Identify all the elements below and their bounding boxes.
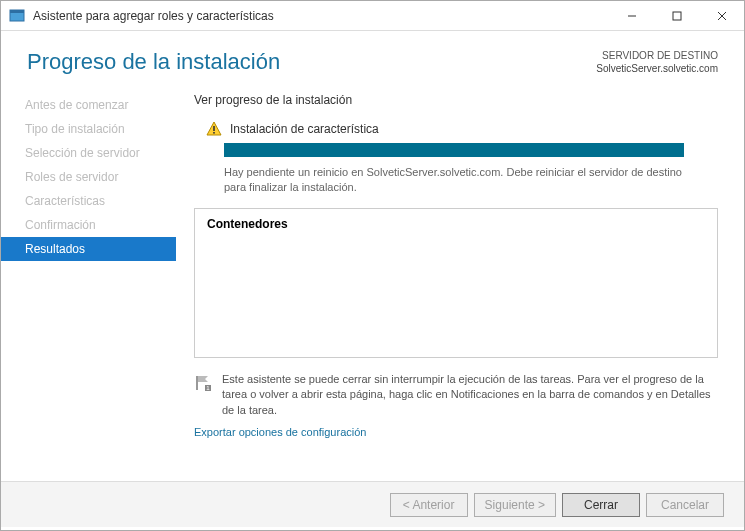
results-box[interactable]: Contenedores bbox=[194, 208, 718, 358]
destination-label: SERVIDOR DE DESTINO bbox=[596, 49, 718, 62]
status-row: Instalación de característica bbox=[206, 121, 718, 137]
svg-rect-8 bbox=[213, 132, 215, 134]
sidebar-item-features: Características bbox=[1, 189, 176, 213]
svg-rect-3 bbox=[673, 12, 681, 20]
status-title: Instalación de característica bbox=[230, 122, 379, 136]
previous-button: < Anterior bbox=[390, 493, 468, 517]
next-button: Siguiente > bbox=[474, 493, 556, 517]
info-text: Este asistente se puede cerrar sin inter… bbox=[222, 372, 718, 418]
destination-server: SolveticServer.solvetic.com bbox=[596, 62, 718, 75]
window-controls bbox=[609, 1, 744, 31]
progress-bar bbox=[224, 143, 684, 157]
cancel-button: Cancelar bbox=[646, 493, 724, 517]
minimize-button[interactable] bbox=[609, 1, 654, 31]
titlebar: Asistente para agregar roles y caracterí… bbox=[1, 1, 744, 31]
sidebar: Antes de comenzar Tipo de instalación Se… bbox=[1, 83, 176, 481]
sidebar-item-install-type: Tipo de instalación bbox=[1, 117, 176, 141]
sidebar-item-confirmation: Confirmación bbox=[1, 213, 176, 237]
svg-rect-9 bbox=[196, 376, 198, 390]
svg-marker-10 bbox=[198, 376, 208, 382]
body: Antes de comenzar Tipo de instalación Se… bbox=[1, 83, 744, 481]
main-content: Ver progreso de la instalación Instalaci… bbox=[176, 83, 744, 481]
sidebar-item-before-begin: Antes de comenzar bbox=[1, 93, 176, 117]
close-wizard-button[interactable]: Cerrar bbox=[562, 493, 640, 517]
window-title: Asistente para agregar roles y caracterí… bbox=[33, 9, 609, 23]
sidebar-item-results[interactable]: Resultados bbox=[1, 237, 176, 261]
sidebar-item-server-roles: Roles de servidor bbox=[1, 165, 176, 189]
section-label: Ver progreso de la instalación bbox=[194, 93, 718, 107]
app-icon bbox=[9, 8, 25, 24]
svg-rect-1 bbox=[10, 10, 24, 13]
maximize-button[interactable] bbox=[654, 1, 699, 31]
svg-rect-7 bbox=[213, 126, 215, 131]
warning-icon bbox=[206, 121, 222, 137]
flag-icon: 1 bbox=[194, 374, 212, 392]
status-message: Hay pendiente un reinicio en SolveticSer… bbox=[224, 165, 684, 196]
close-button[interactable] bbox=[699, 1, 744, 31]
info-row: 1 Este asistente se puede cerrar sin int… bbox=[194, 372, 718, 418]
result-feature: Contenedores bbox=[207, 217, 288, 231]
page-title: Progreso de la instalación bbox=[27, 49, 280, 75]
sidebar-item-server-selection: Selección de servidor bbox=[1, 141, 176, 165]
destination-block: SERVIDOR DE DESTINO SolveticServer.solve… bbox=[596, 49, 718, 75]
footer: < Anterior Siguiente > Cerrar Cancelar bbox=[1, 481, 744, 527]
header: Progreso de la instalación SERVIDOR DE D… bbox=[1, 31, 744, 83]
export-config-link[interactable]: Exportar opciones de configuración bbox=[194, 426, 366, 438]
